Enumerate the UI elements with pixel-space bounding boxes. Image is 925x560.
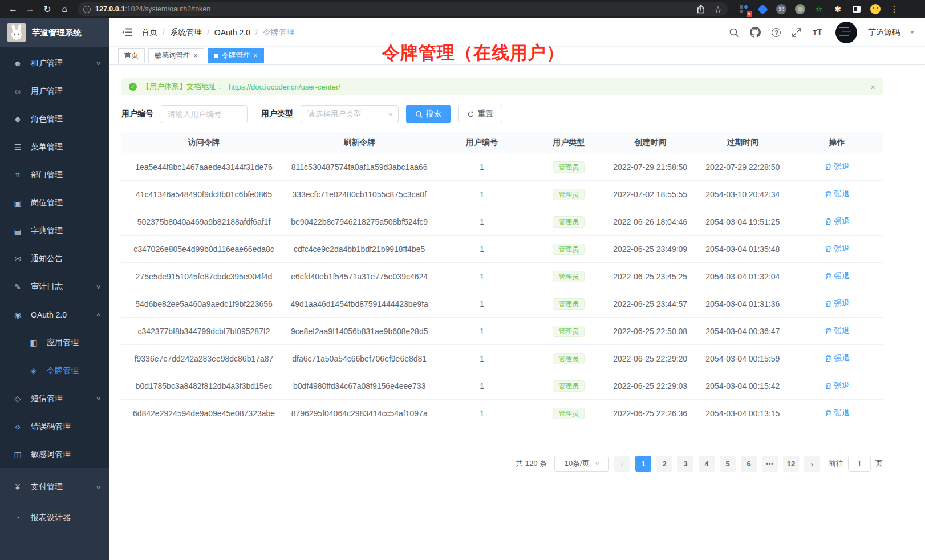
page-button[interactable]: 2	[656, 456, 672, 472]
force-logout-button[interactable]: 强退	[825, 189, 850, 199]
reload-icon[interactable]: ↻	[40, 2, 55, 16]
actions-cell: 强退	[791, 353, 883, 364]
sidebar-item[interactable]: ☻ 租户管理 ∨	[0, 49, 109, 77]
page-button[interactable]: 4	[699, 456, 715, 472]
page-button[interactable]: 12	[783, 456, 799, 472]
sidebar-item[interactable]: ‹› 错误码管理	[0, 412, 109, 440]
site-info-icon[interactable]: i	[83, 6, 91, 13]
page-button[interactable]: 6	[741, 456, 757, 472]
shortcut-extension-icon[interactable]: ⌘	[776, 3, 787, 15]
extensions-puzzle-icon[interactable]: ✱	[832, 3, 843, 15]
main-area: 令牌管理（在线用户） 首页 / 系统管理 /	[109, 18, 925, 560]
sidebar-item[interactable]: ◧ 应用管理	[0, 328, 109, 356]
force-logout-button[interactable]: 强退	[825, 326, 850, 336]
back-icon[interactable]: ←	[6, 2, 21, 16]
tab[interactable]: 首页 ×	[118, 48, 145, 63]
url-text: 127.0.0.1:1024/system/oauth2/token	[95, 5, 210, 13]
actions-cell: 强退	[791, 408, 883, 419]
share-icon[interactable]	[697, 5, 705, 14]
adblock-extension-icon[interactable]: 9	[738, 3, 749, 15]
sidebar-item[interactable]: ⌗ 部门管理	[0, 161, 109, 189]
font-size-icon[interactable]: TT	[813, 27, 822, 38]
sidebar-item[interactable]: ◫ 敏感词管理	[0, 440, 109, 468]
force-logout-button[interactable]: 强退	[825, 271, 850, 281]
col-actions: 操作	[791, 137, 883, 148]
breadcrumb-item[interactable]: 首页 /	[141, 27, 165, 38]
browser-menu-icon[interactable]: ⋮	[890, 5, 898, 14]
sidebar-item[interactable]: ✉ 通知公告	[0, 245, 109, 273]
breadcrumb-item[interactable]: 系统管理 /	[170, 27, 209, 38]
sidebar-item[interactable]: ☻ 角色管理	[0, 105, 109, 133]
user-id-cell: 1	[432, 299, 532, 309]
github-icon[interactable]	[750, 27, 761, 38]
sidebar-item[interactable]: ◇ 短信管理 ∨	[0, 384, 109, 412]
url-bar[interactable]: i 127.0.0.1:1024/system/oauth2/token ☆	[78, 2, 728, 16]
side-panel-icon[interactable]	[851, 3, 862, 15]
pagination: 共 120 条 10条/页 ∨ ‹ 1 2 3	[121, 456, 883, 472]
create-time-cell: 2022-06-25 22:50:08	[606, 327, 695, 336]
page-button[interactable]: 1	[635, 456, 651, 472]
force-logout-button[interactable]: 强退	[825, 353, 850, 363]
goto-page-input[interactable]	[848, 456, 871, 472]
star-extension-icon[interactable]: ☆	[813, 3, 825, 15]
recorder-extension-icon[interactable]	[794, 3, 806, 15]
user-menu-caret-icon[interactable]: ▾	[911, 29, 914, 35]
sidebar-item[interactable]: ¥ 支付管理 ∨	[0, 472, 109, 502]
app-logo-bar[interactable]: 芋道管理系统	[0, 18, 109, 47]
user-id-cell: 1	[432, 327, 532, 336]
profile-avatar-icon[interactable]	[870, 3, 881, 15]
user-id-input[interactable]	[161, 105, 248, 123]
breadcrumb-item[interactable]: OAuth 2.0 /	[214, 28, 258, 37]
sidebar-item[interactable]: ◈ 令牌管理	[0, 356, 109, 384]
force-logout-button[interactable]: 强退	[825, 161, 850, 172]
breadcrumb-separator: /	[255, 28, 258, 37]
page-button[interactable]: •••	[762, 456, 778, 472]
alert-close-icon[interactable]: ×	[870, 82, 875, 92]
help-icon[interactable]: ?	[772, 28, 781, 37]
sidebar-item-icon: ◈	[29, 366, 39, 375]
sidebar-fold-icon[interactable]	[122, 28, 132, 36]
forward-icon[interactable]: →	[23, 2, 38, 16]
tab[interactable]: 令牌管理 ×	[208, 48, 264, 63]
tab-label: 令牌管理	[222, 51, 250, 60]
tab-close-icon[interactable]: ×	[254, 52, 258, 59]
force-logout-button[interactable]: 强退	[825, 298, 850, 309]
force-logout-button[interactable]: 强退	[825, 408, 850, 418]
page-button[interactable]: 5	[720, 456, 736, 472]
prev-page-button[interactable]: ‹	[614, 456, 630, 472]
bookmark-star-icon[interactable]: ☆	[714, 4, 722, 15]
force-logout-button[interactable]: 强退	[825, 216, 850, 226]
user-type-select[interactable]: 请选择用户类型 ∨	[301, 105, 399, 123]
force-logout-button[interactable]: 强退	[825, 244, 850, 254]
tab-close-icon[interactable]: ×	[194, 52, 198, 59]
expire-time-cell: 2054-03-04 00:15:42	[695, 382, 792, 391]
sidebar-item[interactable]: ▤ 字典管理	[0, 217, 109, 245]
refresh-token-cell: cdfc4ce9c2da4bb1bdf21b9918ff4be5	[286, 245, 432, 254]
table-row: 502375b8040a469a9b82188afdf6af1f be90422…	[121, 208, 883, 236]
force-logout-button[interactable]: 强退	[825, 380, 850, 391]
sidebar-item[interactable]: ▣ 岗位管理	[0, 189, 109, 217]
username[interactable]: 芋道源码	[868, 27, 900, 38]
home-icon[interactable]: ⌂	[57, 2, 72, 16]
user-avatar[interactable]	[835, 22, 857, 43]
page-size-select[interactable]: 10条/页 ∨	[554, 456, 609, 472]
search-button[interactable]: 搜索	[406, 105, 451, 123]
reset-button[interactable]: 重置	[458, 105, 502, 123]
create-time-cell: 2022-06-25 22:26:36	[606, 409, 695, 418]
doc-link[interactable]: https://doc.iocoder.cn/user-center/	[229, 83, 340, 91]
fullscreen-icon[interactable]	[792, 27, 802, 38]
next-page-button[interactable]: ›	[804, 456, 820, 472]
breadcrumb-item[interactable]: 令牌管理 /	[263, 27, 295, 38]
sidebar-item[interactable]: ☰ 菜单管理	[0, 133, 109, 161]
search-icon[interactable]	[729, 27, 739, 38]
sidebar-item[interactable]: ◉ OAuth 2.0 ∧	[0, 301, 109, 328]
tab[interactable]: 敏感词管理 ×	[148, 48, 204, 63]
gem-extension-icon[interactable]	[757, 3, 768, 15]
sidebar-item[interactable]: ◔ 报表设计器	[0, 502, 109, 533]
expire-time-cell: 2054-03-04 01:31:36	[695, 299, 792, 309]
sidebar-item[interactable]: ✎ 审计日志 ∨	[0, 273, 109, 301]
doc-alert: ✓ 【用户体系】文档地址： https://doc.iocoder.cn/use…	[121, 78, 883, 95]
goto-page: 前往 页	[829, 456, 883, 472]
page-button[interactable]: 3	[677, 456, 693, 472]
sidebar-item[interactable]: ☺ 用户管理	[0, 77, 109, 105]
